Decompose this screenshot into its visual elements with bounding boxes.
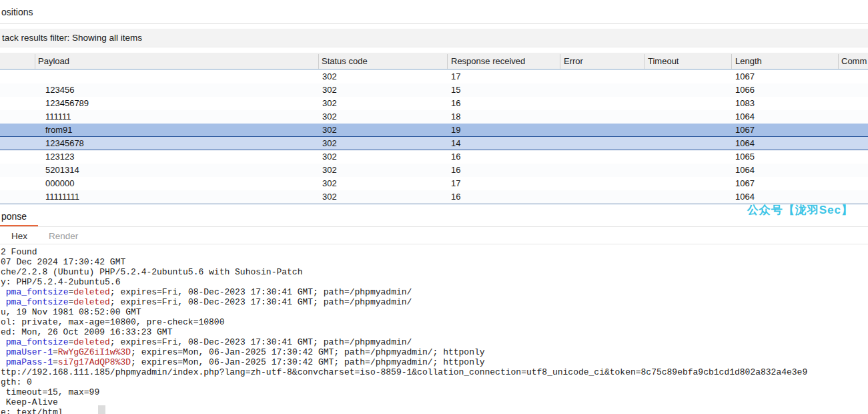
- response-text: [1, 347, 6, 357]
- cell-response-received: 17: [451, 70, 460, 83]
- cell-payload: 123456789: [45, 97, 89, 110]
- response-text: ; expires=Mon, 06-Jan-2025 17:30:42 GMT;…: [131, 357, 485, 367]
- column-separator: [731, 54, 732, 69]
- subtab-render[interactable]: Render: [49, 231, 78, 241]
- response-line: 2 Found: [1, 247, 868, 257]
- column-header-comment[interactable]: Comm: [841, 53, 867, 70]
- response-text: e: text/html: [1, 407, 63, 414]
- panel-split-divider[interactable]: [0, 203, 868, 204]
- subtab-hex[interactable]: Hex: [11, 231, 27, 241]
- column-header-payload[interactable]: Payload: [38, 53, 69, 70]
- cookie-value: deleted: [73, 287, 110, 297]
- response-line: ttp://192.168.111.185/phpmyadmin/index.p…: [1, 367, 868, 377]
- response-text: gth: 0: [1, 377, 32, 387]
- cell-payload: 111111: [45, 110, 71, 124]
- cell-length: 1064: [735, 190, 755, 204]
- cell-length: 1083: [735, 97, 755, 110]
- response-text: 2 Found: [1, 247, 37, 257]
- cell-status-code: 302: [322, 97, 337, 110]
- table-row[interactable]: from91302191067: [0, 124, 868, 137]
- table-row[interactable]: 302171067: [0, 70, 868, 83]
- response-text: y: PHP/5.2.4-2ubuntu5.6: [1, 277, 120, 287]
- cookie-value: RwYgGZ6iI1w%3D: [58, 347, 131, 357]
- response-line: y: PHP/5.2.4-2ubuntu5.6: [1, 277, 868, 287]
- table-row[interactable]: 000000302171067: [0, 177, 868, 190]
- intruder-attack-window: ositions tack results filter: Showing al…: [0, 0, 868, 414]
- cookie-name: pma_fontsize: [6, 287, 69, 297]
- column-separator: [560, 54, 560, 69]
- response-tabstrip-border: [0, 226, 868, 227]
- column-separator: [447, 54, 448, 69]
- scrollbar-thumb[interactable]: [98, 405, 105, 414]
- response-line: pmaPass-1=si7g17AdQP8%3D; expires=Mon, 0…: [1, 357, 868, 367]
- cell-response-received: 16: [451, 190, 460, 204]
- table-row[interactable]: 123456789302161083: [0, 97, 868, 110]
- column-separator: [644, 54, 644, 69]
- response-text: timeout=15, max=99: [1, 387, 99, 397]
- table-row[interactable]: 5201314302161064: [0, 164, 868, 177]
- cell-payload: 000000: [45, 177, 74, 190]
- cell-payload: 123123: [45, 150, 74, 164]
- response-text: 07 Dec 2024 17:30:42 GMT: [1, 257, 125, 267]
- response-text: ; expires=Fri, 08-Dec-2023 17:30:41 GMT;…: [110, 287, 412, 297]
- results-table-header: Payload Status code Response received Er…: [0, 53, 868, 70]
- cell-status-code: 302: [322, 83, 337, 97]
- response-line: pma_fontsize=deleted; expires=Fri, 08-De…: [1, 297, 868, 307]
- column-header-error[interactable]: Error: [564, 53, 583, 70]
- response-text: ; expires=Mon, 06-Jan-2025 17:30:42 GMT;…: [131, 347, 485, 357]
- tab-positions[interactable]: ositions: [1, 7, 33, 17]
- cookie-value: si7g17AdQP8%3D: [58, 357, 131, 367]
- cell-response-received: 18: [451, 110, 460, 124]
- table-row[interactable]: 123456302151066: [0, 83, 868, 97]
- response-text: u, 19 Nov 1981 08:52:00 GMT: [1, 307, 141, 317]
- table-row[interactable]: 111111302181064: [0, 110, 868, 124]
- response-text: ol: private, max-age=10800, pre-check=10…: [1, 317, 224, 327]
- response-text: Keep-Alive: [1, 397, 58, 407]
- response-text: [1, 337, 6, 347]
- response-line: pma_fontsize=deleted; expires=Fri, 08-De…: [1, 337, 868, 347]
- table-row[interactable]: 12345678302141064: [0, 137, 868, 150]
- cell-response-received: 16: [451, 150, 460, 164]
- cell-status-code: 302: [322, 164, 337, 177]
- column-header-length[interactable]: Length: [735, 53, 762, 70]
- table-row[interactable]: 11111111302161064: [0, 190, 868, 204]
- response-text: [1, 297, 6, 307]
- column-header-response-received[interactable]: Response received: [451, 53, 525, 70]
- response-raw-view[interactable]: 2 Found07 Dec 2024 17:30:42 GMTche/2.2.8…: [1, 247, 868, 414]
- cell-status-code: 302: [322, 150, 337, 164]
- response-text: =: [53, 347, 58, 357]
- cell-status-code: 302: [322, 70, 337, 83]
- response-line: gth: 0: [1, 377, 868, 387]
- column-separator: [318, 54, 319, 69]
- response-text: [1, 287, 6, 297]
- cell-length: 1067: [735, 124, 755, 137]
- cell-status-code: 302: [322, 110, 337, 124]
- response-text: ; expires=Fri, 08-Dec-2023 17:30:41 GMT;…: [110, 297, 412, 307]
- cell-response-received: 16: [451, 97, 460, 110]
- response-line: ed: Mon, 26 Oct 2009 16:33:23 GMT: [1, 327, 868, 337]
- response-line: u, 19 Nov 1981 08:52:00 GMT: [1, 307, 868, 317]
- tab-response[interactable]: ponse: [1, 211, 27, 222]
- cell-status-code: 302: [322, 124, 337, 137]
- response-text: che/2.2.8 (Ubuntu) PHP/5.2.4-2ubuntu5.6 …: [1, 267, 302, 277]
- response-text: =: [53, 357, 58, 367]
- subtab-divider: [0, 244, 868, 244]
- cell-response-received: 17: [451, 177, 460, 190]
- watermark-text: 公众号【泷羽Sec】: [747, 202, 853, 218]
- cell-length: 1067: [735, 177, 755, 190]
- cell-response-received: 15: [451, 83, 460, 97]
- column-header-timeout[interactable]: Timeout: [648, 53, 679, 70]
- response-text: [1, 357, 6, 367]
- cookie-name: pma_fontsize: [6, 297, 69, 307]
- cell-status-code: 302: [322, 190, 337, 204]
- table-row[interactable]: 123123302161065: [0, 150, 868, 164]
- top-divider: [0, 23, 868, 24]
- cell-payload: from91: [45, 124, 72, 137]
- cell-payload: 123456: [45, 83, 74, 97]
- attack-results-filter-bar[interactable]: tack results filter: Showing all items: [0, 29, 868, 47]
- cell-length: 1064: [735, 164, 755, 177]
- response-line: e: text/html: [1, 407, 868, 414]
- cell-status-code: 302: [322, 177, 337, 190]
- column-header-status-code[interactable]: Status code: [322, 53, 368, 70]
- cell-length: 1067: [735, 70, 755, 83]
